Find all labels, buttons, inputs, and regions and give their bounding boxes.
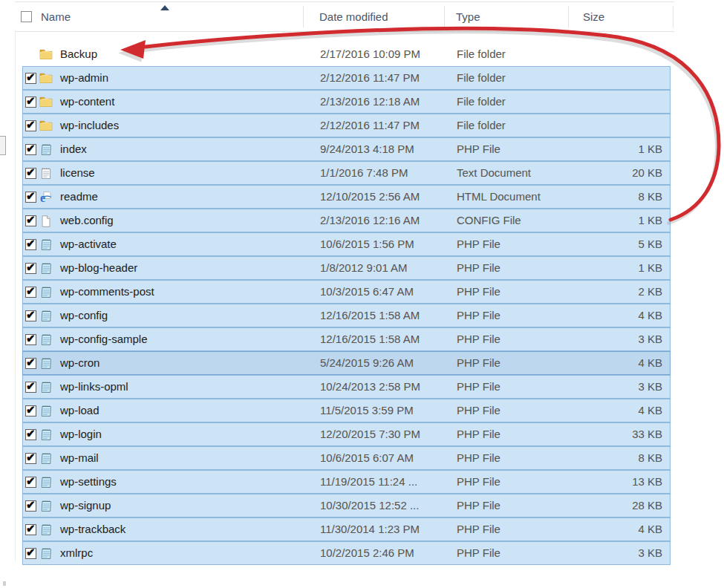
type-cell: PHP File <box>457 518 500 540</box>
size-cell: 1 KB <box>566 209 662 232</box>
column-divider[interactable] <box>303 6 304 27</box>
row-checkbox[interactable] <box>25 548 36 559</box>
table-row[interactable]: wp-config-sample 12/16/2015 1:58 AM PHP … <box>22 327 671 351</box>
row-checkbox[interactable] <box>25 263 36 274</box>
date-modified-cell: 10/6/2015 1:56 PM <box>320 233 414 255</box>
row-checkbox[interactable] <box>25 168 36 179</box>
size-cell: 3 KB <box>566 376 662 398</box>
date-modified-cell: 12/20/2015 7:30 PM <box>320 423 420 445</box>
table-row[interactable]: wp-comments-post 10/3/2015 6:47 AM PHP F… <box>22 280 671 304</box>
row-checkbox[interactable] <box>25 524 36 535</box>
date-modified-cell: 11/5/2015 3:59 PM <box>320 399 414 422</box>
row-checkbox[interactable] <box>25 97 36 108</box>
select-all-checkbox[interactable] <box>21 11 32 22</box>
pane-splitter-fragment[interactable] <box>0 136 6 155</box>
table-row[interactable]: Backup 2/17/2016 10:09 PM File folder <box>22 42 671 66</box>
file-name-cell: web.config <box>60 209 114 232</box>
table-row[interactable]: xmlrpc 10/2/2015 2:46 PM PHP File 3 KB <box>22 541 671 565</box>
php-icon <box>39 428 53 442</box>
file-name-cell: wp-blog-header <box>60 257 137 279</box>
file-name-cell: wp-mail <box>60 447 99 469</box>
date-modified-cell: 2/17/2016 10:09 PM <box>320 43 420 65</box>
file-name-cell: Backup <box>60 43 97 65</box>
column-header-name[interactable]: Name <box>41 2 71 31</box>
size-cell: 3 KB <box>566 542 662 564</box>
size-cell: 2 KB <box>566 281 662 303</box>
table-row[interactable]: wp-includes 2/12/2016 11:47 PM File fold… <box>22 114 671 137</box>
size-cell: 4 KB <box>566 399 662 422</box>
folder-icon <box>39 48 53 62</box>
row-checkbox[interactable] <box>25 239 36 250</box>
type-cell: PHP File <box>457 138 500 160</box>
table-row[interactable]: wp-config 12/16/2015 1:58 AM PHP File 4 … <box>22 304 671 327</box>
file-name-cell: wp-login <box>60 423 102 445</box>
type-cell: PHP File <box>457 328 500 350</box>
column-divider[interactable] <box>568 6 569 27</box>
table-row[interactable]: e readme 12/10/2015 2:56 AM HTML Documen… <box>22 185 671 209</box>
row-checkbox[interactable] <box>25 215 36 226</box>
type-cell: PHP File <box>457 447 500 469</box>
row-checkbox[interactable] <box>25 429 36 440</box>
table-row[interactable]: wp-signup 10/30/2015 12:52 ... PHP File … <box>22 494 671 517</box>
file-name-cell: wp-trackback <box>60 518 125 540</box>
table-row[interactable]: wp-links-opml 10/24/2013 2:58 PM PHP Fil… <box>22 375 671 399</box>
table-row[interactable]: wp-admin 2/12/2016 11:47 PM File folder <box>22 66 671 90</box>
php-icon <box>39 381 53 394</box>
table-row[interactable]: web.config 2/13/2016 12:16 AM CONFIG Fil… <box>22 209 671 232</box>
date-modified-cell: 10/30/2015 12:52 ... <box>320 494 419 517</box>
row-checkbox[interactable] <box>25 477 36 488</box>
table-row[interactable]: wp-login 12/20/2015 7:30 PM PHP File 33 … <box>22 422 671 446</box>
table-row[interactable]: wp-blog-header 1/8/2012 9:01 AM PHP File… <box>22 256 671 280</box>
column-divider[interactable] <box>444 6 445 27</box>
table-row[interactable]: wp-settings 11/19/2015 11:24 ... PHP Fil… <box>22 470 671 494</box>
date-modified-cell: 10/2/2015 2:46 PM <box>320 542 414 564</box>
php-icon <box>39 333 53 347</box>
column-header-date-modified[interactable]: Date modified <box>319 2 388 31</box>
date-modified-cell: 12/10/2015 2:56 AM <box>320 186 420 208</box>
type-cell: PHP File <box>457 376 500 398</box>
file-name-cell: wp-includes <box>60 114 119 137</box>
column-header-size[interactable]: Size <box>583 2 604 31</box>
php-icon <box>39 238 53 252</box>
row-checkbox[interactable] <box>25 453 36 464</box>
row-checkbox[interactable] <box>25 405 36 416</box>
size-cell <box>566 43 662 65</box>
html-icon: e <box>39 191 53 204</box>
config-icon <box>39 215 53 228</box>
table-row[interactable]: wp-load 11/5/2015 3:59 PM PHP File 4 KB <box>22 399 671 422</box>
row-checkbox[interactable] <box>25 500 36 512</box>
column-divider[interactable] <box>673 6 674 27</box>
file-name-cell: wp-signup <box>60 494 111 517</box>
row-checkbox[interactable] <box>25 120 36 131</box>
row-checkbox[interactable] <box>25 192 36 203</box>
file-name-cell: license <box>60 162 95 184</box>
file-name-cell: xmlrpc <box>60 542 93 564</box>
type-cell: PHP File <box>457 471 500 493</box>
type-cell: File folder <box>457 43 506 65</box>
row-checkbox[interactable] <box>25 334 36 345</box>
column-header-type[interactable]: Type <box>456 2 480 31</box>
row-checkbox[interactable] <box>25 358 36 369</box>
table-row[interactable]: license 1/1/2016 7:48 PM Text Document 2… <box>22 161 671 185</box>
table-row[interactable]: wp-mail 10/6/2015 6:07 AM PHP File 8 KB <box>22 446 671 470</box>
php-icon <box>39 143 53 157</box>
file-name-cell: wp-links-opml <box>60 376 128 398</box>
row-checkbox[interactable] <box>25 310 36 321</box>
table-row[interactable]: wp-trackback 11/30/2014 1:23 PM PHP File… <box>22 517 671 541</box>
file-name-cell: wp-config-sample <box>60 328 148 350</box>
row-checkbox[interactable] <box>25 287 36 298</box>
row-checkbox[interactable] <box>25 144 36 155</box>
table-row[interactable]: wp-content 2/13/2016 12:18 AM File folde… <box>22 90 671 114</box>
sort-ascending-icon[interactable] <box>160 5 169 10</box>
table-row[interactable]: wp-cron 5/24/2015 9:26 AM PHP File 4 KB <box>22 351 671 375</box>
table-row[interactable]: wp-activate 10/6/2015 1:56 PM PHP File 5… <box>22 232 671 256</box>
folder-icon <box>39 96 53 109</box>
file-name-cell: wp-settings <box>60 471 117 493</box>
row-checkbox[interactable] <box>25 73 36 84</box>
table-row[interactable]: index 9/24/2013 4:18 PM PHP File 1 KB <box>22 137 671 161</box>
type-cell: PHP File <box>457 352 500 374</box>
size-cell: 8 KB <box>566 186 662 208</box>
folder-icon <box>39 72 53 85</box>
row-checkbox[interactable] <box>25 382 36 393</box>
type-cell: PHP File <box>457 494 500 517</box>
